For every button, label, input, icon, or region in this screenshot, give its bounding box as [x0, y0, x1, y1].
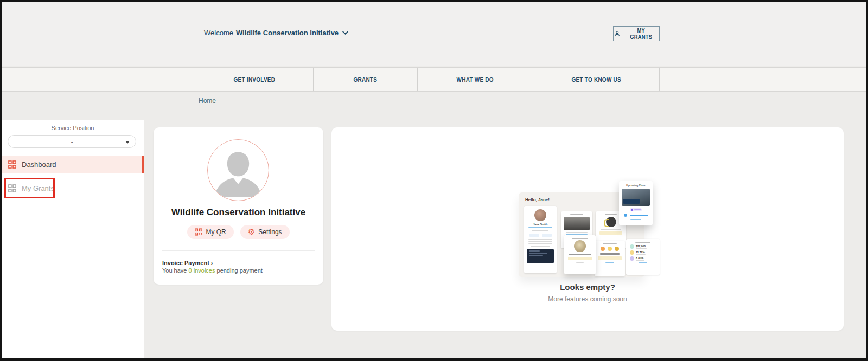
- nav-item-what-we-do[interactable]: WHAT WE DO: [418, 68, 533, 91]
- nav-item-label: GET TO KNOW US: [571, 76, 621, 83]
- invoice-status-text: You have 0 invoices pending payment: [162, 267, 263, 274]
- person-icon: [614, 30, 621, 37]
- my-qr-label: My QR: [206, 228, 226, 236]
- placeholder-line: [529, 253, 547, 254]
- welcome-label: Welcome: [204, 29, 233, 37]
- placeholder-icon: [608, 247, 612, 251]
- illustration-upcoming-sessions-card: [564, 235, 596, 274]
- placeholder-line: [601, 229, 621, 230]
- breadcrumb[interactable]: Home: [199, 97, 216, 105]
- placeholder-icon: [624, 214, 627, 217]
- placeholder-photo: [622, 189, 650, 206]
- account-name: Wildlife Conservation Initiative: [236, 29, 339, 37]
- placeholder-chip: [542, 234, 552, 237]
- placeholder-line: [636, 254, 646, 255]
- stat-value: 11.72%: [636, 250, 646, 254]
- profile-actions: My QR ⚙ Settings: [154, 225, 323, 239]
- placeholder-link: [605, 262, 614, 263]
- illustration-greeting: Hello, Jane!: [525, 197, 550, 202]
- gear-icon: ⚙: [248, 228, 255, 236]
- placeholder-line: [528, 239, 552, 240]
- my-qr-button[interactable]: My QR: [187, 225, 233, 239]
- invoice-count: 0 invoices: [189, 267, 215, 274]
- placeholder-button: [598, 256, 622, 260]
- floating-card-title: Upcoming Class: [626, 184, 645, 187]
- placeholder-title: [572, 238, 588, 239]
- grid-icon: [8, 160, 16, 169]
- nav-item-get-involved[interactable]: GET INVOLVED: [195, 68, 314, 91]
- avatar: [207, 139, 269, 201]
- empty-state-subtitle: More features coming soon: [331, 295, 844, 303]
- caret-down-icon: [125, 141, 130, 144]
- sidebar: Service Position - Dashboard My Grants: [2, 120, 144, 361]
- my-grants-button[interactable]: MY GRANTS: [613, 26, 660, 41]
- illustration-floating-class-card: Upcoming Class: [619, 181, 653, 225]
- nav-item-grants[interactable]: GRANTS: [314, 68, 418, 91]
- placeholder-line: [532, 230, 548, 231]
- illustration-roster-card: [595, 241, 625, 276]
- placeholder-heading: [600, 253, 620, 255]
- placeholder-icons: [601, 247, 619, 251]
- settings-button[interactable]: ⚙ Settings: [240, 225, 290, 239]
- placeholder-photo: [564, 217, 590, 230]
- placeholder-date-row: [624, 214, 648, 217]
- account-switcher[interactable]: Welcome Wildlife Conservation Initiative: [204, 29, 348, 37]
- placeholder-title: [635, 242, 650, 243]
- empty-state-title: Looks empty?: [331, 282, 844, 292]
- placeholder-line: [528, 227, 552, 228]
- stat-value: 8.80%: [636, 256, 644, 260]
- placeholder-backpack-image: [606, 217, 616, 227]
- person-silhouette-icon: [208, 140, 269, 201]
- nav-item-label: GET INVOLVED: [233, 76, 275, 83]
- nav-item-label: WHAT WE DO: [457, 76, 494, 83]
- placeholder-dot: [631, 209, 633, 211]
- placeholder-photo: [574, 240, 586, 252]
- placeholder-icon: [630, 256, 634, 261]
- nav-item-get-to-know-us[interactable]: GET TO KNOW US: [533, 68, 660, 91]
- placeholder-buttons: [529, 234, 552, 237]
- placeholder-line: [528, 243, 552, 244]
- settings-label: Settings: [258, 228, 282, 236]
- sidebar-item-dashboard[interactable]: Dashboard: [2, 156, 144, 173]
- app-window: Welcome Wildlife Conservation Initiative…: [0, 0, 868, 361]
- sidebar-item-my-grants[interactable]: My Grants: [2, 179, 144, 197]
- placeholder-link: [639, 262, 647, 263]
- illustration-avatar: [534, 209, 546, 221]
- placeholder-title: [603, 243, 617, 244]
- placeholder-line: [636, 260, 644, 261]
- illustration-membership-card: [527, 249, 554, 263]
- placeholder-date-line: [630, 215, 648, 216]
- placeholder-heading: [569, 254, 591, 255]
- placeholder-line: [531, 246, 550, 247]
- stat-row: 11.72%: [630, 250, 656, 255]
- profile-card: Wildlife Conservation Initiative My QR ⚙: [154, 127, 323, 285]
- service-position-label: Service Position: [2, 125, 144, 131]
- invoice-text-suffix: pending payment: [215, 267, 262, 274]
- service-position-value: -: [71, 138, 73, 145]
- placeholder-link: [630, 219, 641, 220]
- placeholder-chip: [529, 234, 539, 237]
- placeholder-icon: [601, 247, 605, 251]
- grid-icon: [8, 184, 16, 192]
- sidebar-item-label: Dashboard: [22, 160, 56, 169]
- service-position-select[interactable]: -: [8, 135, 136, 148]
- nav-item-label: GRANTS: [354, 76, 378, 83]
- placeholder-button: [568, 257, 592, 260]
- placeholder-line: [529, 255, 543, 256]
- placeholder-line: [636, 248, 647, 249]
- empty-state-illustration: Hello, Jane! Jane Smith: [509, 178, 666, 278]
- placeholder-line: [634, 209, 641, 210]
- placeholder-link: [576, 262, 584, 263]
- divider: [162, 250, 315, 251]
- stat-row: 8.80%: [630, 256, 656, 261]
- illustration-profile-name: Jane Smith: [533, 223, 548, 226]
- placeholder-badge: [630, 208, 642, 211]
- main-nav: GET INVOLVED GRANTS WHAT WE DO GET TO KN…: [2, 67, 866, 92]
- chevron-down-icon: [342, 31, 348, 35]
- illustration-contributions-card: $22,000 11.72% 8.80%: [626, 239, 660, 275]
- invoice-payment-link[interactable]: Invoice Payment ›: [162, 260, 213, 266]
- qr-code-icon: [195, 228, 202, 236]
- sidebar-item-label: My Grants: [22, 184, 54, 192]
- placeholder-icon: [615, 247, 619, 251]
- placeholder-icon: [630, 244, 634, 249]
